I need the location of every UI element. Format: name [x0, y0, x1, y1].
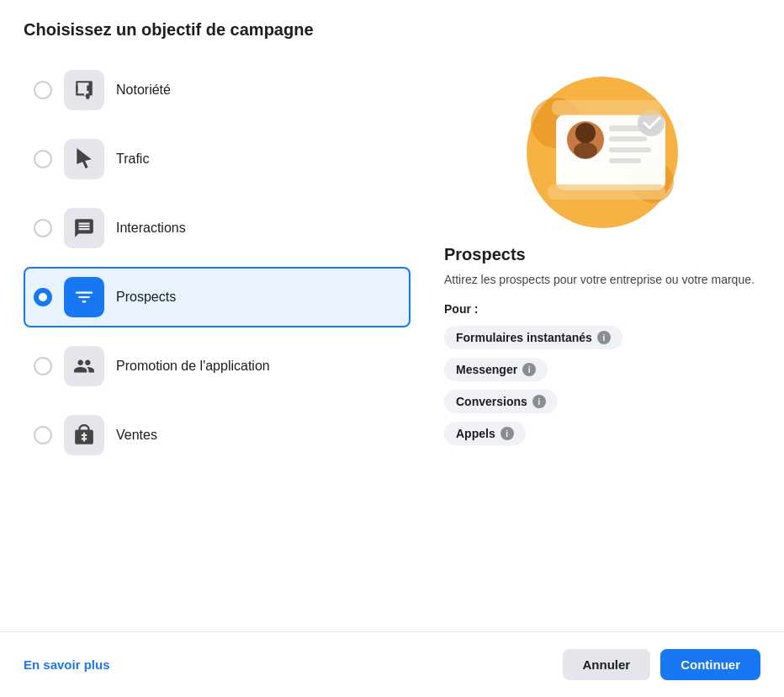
- option-icon-promotion: [64, 346, 104, 386]
- options-list: Notoriété Trafic: [24, 60, 411, 611]
- tag-appels: Appels i: [444, 422, 526, 445]
- tags-list: Formulaires instantanés i Messenger i Co…: [444, 326, 760, 445]
- radio-promotion: [34, 357, 52, 375]
- option-label-prospects: Prospects: [116, 290, 176, 305]
- learn-more-link[interactable]: En savoir plus: [24, 657, 110, 672]
- svg-point-5: [575, 123, 596, 143]
- tag-conversions: Conversions i: [444, 390, 558, 413]
- svg-rect-13: [552, 100, 661, 115]
- svg-rect-9: [609, 147, 651, 152]
- footer-buttons: Annuler Continuer: [563, 649, 761, 680]
- detail-description: Attirez les prospects pour votre entrepr…: [444, 271, 760, 289]
- radio-notoriete: [34, 81, 52, 99]
- detail-pour-label: Pour :: [444, 302, 760, 316]
- filter-icon: [73, 286, 95, 308]
- tag-formulaires-label: Formulaires instantanés: [456, 331, 592, 344]
- chat-icon: [73, 217, 95, 239]
- footer: En savoir plus Annuler Continuer: [0, 631, 784, 697]
- tag-conversions-label: Conversions: [456, 395, 527, 408]
- cancel-button[interactable]: Annuler: [563, 649, 651, 680]
- option-prospects[interactable]: Prospects: [24, 267, 411, 327]
- briefcase-icon: [73, 424, 95, 446]
- tag-messenger: Messenger i: [444, 358, 548, 381]
- info-icon-formulaires[interactable]: i: [597, 331, 611, 344]
- tag-formulaires: Formulaires instantanés i: [444, 326, 622, 349]
- option-icon-trafic: [64, 139, 104, 179]
- option-label-interactions: Interactions: [116, 221, 186, 236]
- option-label-promotion: Promotion de l'application: [116, 359, 270, 374]
- content-area: Notoriété Trafic: [24, 60, 760, 611]
- option-icon-prospects: [64, 277, 104, 317]
- option-trafic[interactable]: Trafic: [24, 129, 411, 189]
- option-promotion[interactable]: Promotion de l'application: [24, 336, 411, 396]
- illustration: [510, 60, 695, 228]
- option-interactions[interactable]: Interactions: [24, 198, 411, 258]
- svg-rect-12: [548, 184, 665, 200]
- radio-prospects: [34, 288, 52, 306]
- option-icon-ventes: [64, 415, 104, 455]
- megaphone-icon: [73, 79, 95, 101]
- info-icon-appels[interactable]: i: [501, 427, 514, 440]
- option-label-trafic: Trafic: [116, 152, 149, 167]
- option-notoriete[interactable]: Notoriété: [24, 60, 411, 120]
- svg-point-6: [574, 142, 597, 159]
- prospects-illustration: [510, 60, 695, 228]
- detail-panel: Prospects Attirez les prospects pour vot…: [444, 60, 760, 611]
- option-label-ventes: Ventes: [116, 428, 157, 443]
- option-icon-interactions: [64, 208, 104, 248]
- info-icon-messenger[interactable]: i: [522, 363, 536, 376]
- svg-rect-8: [609, 136, 647, 141]
- svg-rect-10: [609, 158, 641, 163]
- radio-trafic: [34, 150, 52, 168]
- info-icon-conversions[interactable]: i: [532, 395, 546, 408]
- cursor-icon: [73, 148, 95, 170]
- option-label-notoriete: Notoriété: [116, 82, 171, 98]
- radio-interactions: [34, 219, 52, 237]
- tag-appels-label: Appels: [456, 427, 495, 440]
- option-ventes[interactable]: Ventes: [24, 405, 411, 466]
- tag-messenger-label: Messenger: [456, 363, 517, 376]
- option-icon-notoriete: [64, 70, 104, 110]
- people-icon: [73, 355, 95, 377]
- detail-title: Prospects: [444, 245, 760, 264]
- dialog-title: Choisissez un objectif de campagne: [24, 20, 760, 40]
- radio-ventes: [34, 426, 52, 444]
- continue-button[interactable]: Continuer: [660, 649, 760, 680]
